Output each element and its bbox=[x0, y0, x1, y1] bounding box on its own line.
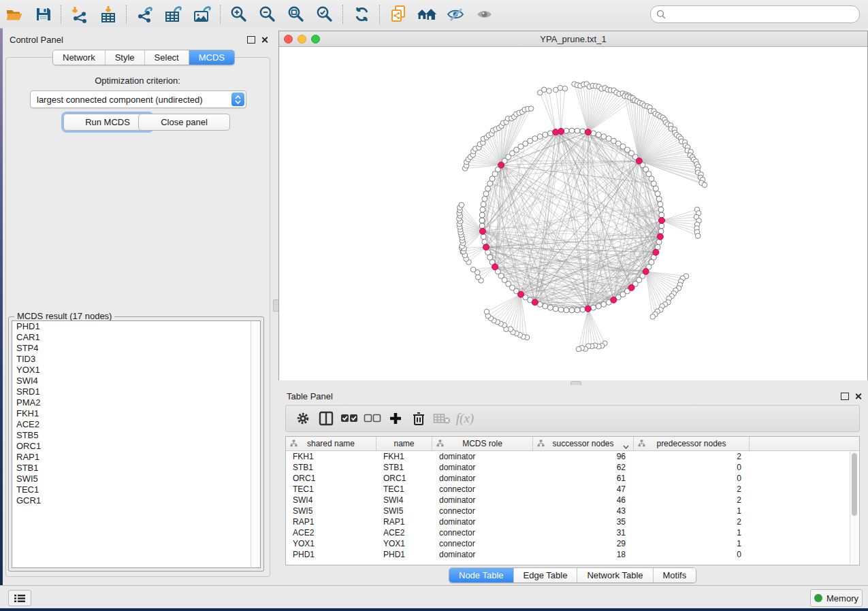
graph-node[interactable] bbox=[485, 186, 491, 191]
horizontal-splitter[interactable] bbox=[278, 380, 868, 385]
graph-node[interactable] bbox=[481, 201, 486, 207]
graph-node[interactable] bbox=[481, 234, 486, 240]
graph-node-mcds[interactable] bbox=[653, 249, 659, 255]
mcds-result-item[interactable]: SWI5 bbox=[12, 474, 252, 484]
graph-node[interactable] bbox=[479, 212, 485, 218]
table-row[interactable]: ORC1ORC1dominator610 bbox=[286, 473, 859, 484]
tab-network[interactable]: Network bbox=[53, 50, 106, 65]
graph-node[interactable] bbox=[547, 305, 553, 310]
panel-menu-button[interactable] bbox=[8, 590, 31, 606]
vertical-splitter[interactable] bbox=[272, 28, 278, 585]
graph-node-mcds[interactable] bbox=[611, 297, 617, 303]
graph-node[interactable] bbox=[543, 303, 548, 309]
graph-node-mcds[interactable] bbox=[483, 244, 489, 250]
open-session-icon[interactable] bbox=[4, 4, 25, 24]
graph-node[interactable] bbox=[569, 308, 575, 313]
table-row[interactable]: YOX1YOX1connector291 bbox=[286, 538, 859, 549]
graph-node[interactable] bbox=[479, 218, 485, 223]
graph-node[interactable] bbox=[591, 305, 596, 310]
search-field[interactable] bbox=[650, 5, 860, 23]
graph-node[interactable] bbox=[483, 191, 489, 197]
table-row[interactable]: PHD1PHD1dominator180 bbox=[286, 549, 859, 560]
graph-node[interactable] bbox=[475, 275, 481, 280]
graph-node[interactable] bbox=[564, 308, 569, 313]
mcds-result-item[interactable]: PHD1 bbox=[12, 321, 252, 332]
graph-node[interactable] bbox=[591, 131, 596, 136]
table-scrollbar[interactable] bbox=[850, 451, 858, 564]
network-canvas[interactable] bbox=[279, 47, 867, 380]
graph-node-mcds[interactable] bbox=[479, 228, 485, 234]
table-row[interactable]: SWI4SWI4dominator462 bbox=[286, 495, 859, 506]
search-input[interactable] bbox=[670, 9, 854, 20]
mcds-list-scrollbar[interactable] bbox=[251, 320, 261, 568]
graph-node[interactable] bbox=[532, 136, 538, 142]
export-network-icon[interactable] bbox=[135, 4, 155, 24]
optimization-criterion-select[interactable]: largest connected component (undirected) bbox=[30, 90, 246, 108]
table-row[interactable]: FKH1FKH1dominator962 bbox=[286, 451, 859, 462]
mcds-result-item[interactable]: STB1 bbox=[12, 463, 252, 474]
column-header-predecessor-nodes[interactable]: predecessor nodes bbox=[634, 437, 750, 450]
mcds-result-item[interactable]: FKH1 bbox=[12, 408, 252, 419]
tab-style[interactable]: Style bbox=[106, 50, 145, 65]
mcds-result-item[interactable]: RAP1 bbox=[12, 452, 252, 463]
graph-node[interactable] bbox=[482, 196, 487, 201]
table-row[interactable]: RAP1RAP1dominator352 bbox=[286, 516, 859, 527]
column-header-name[interactable]: name bbox=[376, 437, 432, 450]
graph-node-mcds[interactable] bbox=[643, 268, 649, 274]
mcds-result-item[interactable]: TID3 bbox=[12, 354, 252, 365]
close-panel-icon[interactable] bbox=[261, 36, 268, 44]
graph-node[interactable] bbox=[653, 186, 658, 191]
graph-node[interactable] bbox=[695, 233, 701, 239]
split-panel-icon[interactable] bbox=[315, 408, 338, 429]
zoom-out-icon[interactable] bbox=[257, 4, 278, 24]
graph-node[interactable] bbox=[479, 223, 485, 229]
export-image-icon[interactable] bbox=[192, 4, 212, 24]
add-column-icon[interactable] bbox=[384, 408, 407, 429]
show-columns-icon[interactable] bbox=[338, 408, 361, 429]
mcds-result-item[interactable]: STP4 bbox=[12, 343, 252, 354]
graph-node-mcds[interactable] bbox=[628, 284, 634, 291]
graph-node[interactable] bbox=[596, 132, 601, 137]
import-table-icon[interactable] bbox=[98, 4, 118, 24]
graph-node-mcds[interactable] bbox=[498, 162, 504, 168]
graph-node[interactable] bbox=[702, 182, 707, 188]
column-header-successor-nodes[interactable]: successor nodes bbox=[533, 437, 634, 450]
graph-node[interactable] bbox=[480, 207, 485, 212]
home-icon[interactable] bbox=[417, 4, 437, 24]
table-row[interactable]: TEC1TEC1connector472 bbox=[286, 484, 859, 495]
graph-node[interactable] bbox=[484, 309, 489, 314]
scrollbar-thumb[interactable] bbox=[852, 453, 857, 516]
mcds-result-item[interactable]: SWI4 bbox=[12, 376, 252, 386]
column-header-MCDS-role[interactable]: MCDS role bbox=[432, 437, 533, 450]
graph-node[interactable] bbox=[487, 254, 493, 260]
graph-node-mcds[interactable] bbox=[585, 129, 591, 135]
graph-node-mcds[interactable] bbox=[659, 218, 665, 224]
graph-node[interactable] bbox=[656, 196, 662, 201]
tab-edge-table[interactable]: Edge Table bbox=[514, 568, 578, 582]
graph-node[interactable] bbox=[553, 306, 558, 312]
graph-node[interactable] bbox=[656, 240, 662, 245]
graph-node-mcds[interactable] bbox=[532, 299, 538, 306]
graph-node[interactable] bbox=[658, 229, 664, 234]
delete-column-icon[interactable] bbox=[407, 408, 430, 429]
graph-node[interactable] bbox=[547, 131, 553, 136]
mcds-result-item[interactable]: YOX1 bbox=[12, 365, 252, 376]
graph-node[interactable] bbox=[601, 301, 607, 307]
graph-node[interactable] bbox=[558, 307, 564, 312]
tab-motifs[interactable]: Motifs bbox=[654, 568, 696, 582]
float-panel-icon[interactable] bbox=[841, 393, 849, 400]
close-panel-button[interactable]: Close panel bbox=[138, 114, 230, 131]
tab-node-table[interactable]: Node Table bbox=[449, 568, 514, 582]
mcds-result-item[interactable]: STB5 bbox=[12, 430, 252, 441]
memory-button[interactable]: Memory bbox=[810, 589, 863, 607]
mcds-result-item[interactable]: CAR1 bbox=[12, 332, 252, 343]
function-builder-icon[interactable]: f(x) bbox=[453, 408, 477, 429]
mcds-result-item[interactable]: GCR1 bbox=[12, 495, 252, 506]
mcds-result-list[interactable]: PHD1CAR1STP4TID3YOX1SWI4SRD1PMA2FKH1ACE2… bbox=[12, 320, 253, 568]
graph-node-mcds[interactable] bbox=[492, 264, 498, 270]
graph-node[interactable] bbox=[564, 128, 569, 133]
delete-table-icon[interactable] bbox=[430, 408, 453, 429]
graph-node[interactable] bbox=[537, 134, 543, 139]
tab-mcds[interactable]: MCDS bbox=[189, 50, 234, 65]
graph-node[interactable] bbox=[543, 132, 548, 137]
